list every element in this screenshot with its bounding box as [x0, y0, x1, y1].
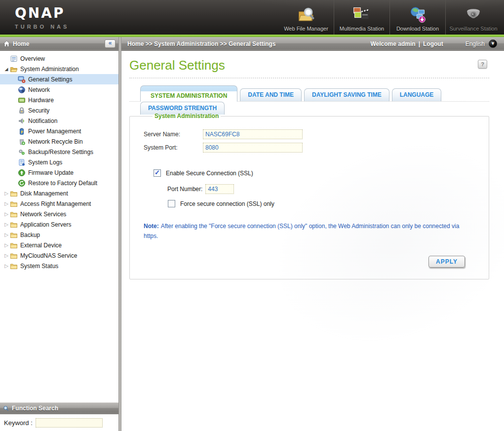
tree-item-label: Network Recycle Bin	[28, 138, 83, 145]
tree-item-label: Restore to Factory Default	[28, 180, 97, 187]
tree-item-restore-to-factory-default[interactable]: Restore to Factory Default	[0, 178, 118, 188]
folder-closed-icon	[10, 262, 18, 270]
welcome-text: Welcome admin	[370, 40, 415, 47]
search-icon	[3, 405, 9, 412]
tree-item-network[interactable]: Network	[0, 84, 118, 95]
folder-closed-icon	[10, 231, 18, 239]
system-port-label: System Port:	[144, 144, 203, 151]
qnap-logo-subtitle: TURBO NAS	[15, 24, 69, 30]
tab-daylight-saving-time[interactable]: DAYLIGHT SAVING TIME	[304, 88, 389, 101]
folder-closed-icon	[10, 252, 18, 260]
tree-item-system-logs[interactable]: System Logs	[0, 157, 118, 167]
language-dropdown-icon[interactable]: ▼	[489, 39, 497, 48]
system-port-row: System Port:	[144, 143, 475, 153]
tree-item-label: Application Servers	[20, 221, 71, 228]
tree-item-label: Power Management	[28, 128, 81, 135]
collapsed-arrow-icon[interactable]: ▷	[3, 191, 10, 196]
tree-item-label: Backup/Restore Settings	[28, 149, 93, 156]
tree-item-application-servers[interactable]: ▷Application Servers	[0, 219, 118, 230]
folder-closed-icon	[10, 190, 18, 197]
folder-closed-icon	[10, 241, 18, 249]
backup-restore-icon	[18, 148, 26, 156]
tree-item-label: External Device	[20, 242, 62, 249]
restore-factory-icon	[18, 179, 26, 187]
port-number-input[interactable]	[205, 184, 234, 194]
tree-item-network-services[interactable]: ▷Network Services	[0, 209, 118, 219]
apply-row: APPLY	[144, 256, 475, 268]
system-port-input[interactable]	[203, 143, 303, 153]
tree-item-general-settings[interactable]: General Settings	[0, 74, 118, 84]
keyword-input[interactable]	[36, 418, 103, 428]
tree-item-backup-restore-settings[interactable]: Backup/Restore Settings	[0, 147, 118, 157]
web-file-manager-icon	[296, 5, 316, 25]
enable-ssl-label: Enable Secure Connection (SSL)	[166, 170, 253, 177]
station-web-file-manager[interactable]: Web File Manager	[278, 0, 334, 35]
enable-ssl-checkbox[interactable]	[154, 169, 161, 177]
breadcrumb-bar: Home >> System Administration >> General…	[121, 37, 504, 51]
station-label: Download Station	[396, 26, 439, 32]
apply-button[interactable]: APPLY	[428, 256, 465, 268]
hardware-icon	[18, 96, 26, 104]
breadcrumb[interactable]: Home >> System Administration >> General…	[127, 40, 275, 47]
force-ssl-checkbox[interactable]	[168, 200, 175, 207]
tree-item-label: System Administration	[20, 66, 79, 73]
sidebar-panel-header: Home «	[0, 37, 118, 51]
collapsed-arrow-icon[interactable]: ▷	[3, 263, 10, 269]
tree-item-backup[interactable]: ▷Backup	[0, 230, 118, 240]
tree-item-notification[interactable]: Notification	[0, 116, 118, 126]
tree-item-system-administration[interactable]: ◢System Administration	[0, 64, 118, 74]
help-button[interactable]: ?	[478, 60, 487, 69]
language-selector[interactable]: English	[465, 40, 485, 47]
station-download-station[interactable]: Download Station	[389, 0, 445, 35]
tree-item-hardware[interactable]: Hardware	[0, 95, 118, 105]
collapsed-arrow-icon[interactable]: ▷	[3, 211, 10, 217]
expanded-arrow-icon[interactable]: ◢	[3, 67, 10, 72]
general-settings-icon	[18, 76, 26, 83]
collapsed-arrow-icon[interactable]: ▷	[3, 222, 10, 227]
tree-item-access-right-management[interactable]: ▷Access Right Management	[0, 198, 118, 209]
force-ssl-row: Force secure connection (SSL) only	[168, 200, 475, 207]
ssl-note-label: Note:	[144, 223, 159, 230]
page-title: General Settings	[129, 58, 489, 73]
tree-item-overview[interactable]: Overview	[0, 53, 118, 64]
tree-item-system-status[interactable]: ▷System Status	[0, 261, 118, 271]
stations: Web File ManagerMultimedia StationDownlo…	[278, 0, 501, 35]
collapsed-arrow-icon[interactable]: ▷	[3, 253, 10, 258]
tree-item-label: Firmware Update	[28, 169, 74, 176]
tab-date-and-time[interactable]: DATE AND TIME	[240, 88, 302, 101]
tree-item-security[interactable]: Security	[0, 105, 118, 116]
tree-item-disk-management[interactable]: ▷Disk Management	[0, 188, 118, 198]
server-name-input[interactable]	[203, 129, 303, 139]
force-ssl-label: Force secure connection (SSL) only	[180, 200, 274, 207]
sidebar: Home « Overview◢System AdministrationGen…	[0, 37, 118, 431]
function-search-title: Function Search	[12, 405, 58, 412]
sidebar-tree: Overview◢System AdministrationGeneral Se…	[0, 51, 118, 402]
security-icon	[18, 107, 26, 115]
tree-item-label: Hardware	[28, 97, 54, 104]
tree-item-label: MyCloudNAS Service	[20, 252, 77, 259]
collapsed-arrow-icon[interactable]: ▷	[3, 242, 10, 248]
tree-item-label: Overview	[20, 55, 45, 62]
logout-link[interactable]: Logout	[423, 40, 443, 47]
tree-item-label: Access Right Management	[20, 200, 91, 207]
tree-item-label: Notification	[28, 118, 57, 124]
overview-icon	[10, 55, 18, 63]
collapsed-arrow-icon[interactable]: ▷	[3, 232, 10, 237]
tab-language[interactable]: LANGUAGE	[392, 88, 442, 101]
breadcrumb-divider: |	[419, 40, 420, 47]
tree-item-power-management[interactable]: Power Management	[0, 126, 118, 136]
sidebar-collapse-button[interactable]: «	[105, 39, 116, 48]
tree-item-firmware-update[interactable]: Firmware Update	[0, 167, 118, 178]
tree-item-label: General Settings	[28, 76, 72, 83]
station-multimedia-station[interactable]: Multimedia Station	[334, 0, 389, 35]
tree-item-external-device[interactable]: ▷External Device	[0, 240, 118, 250]
home-icon	[3, 40, 10, 47]
collapsed-arrow-icon[interactable]: ▷	[3, 201, 10, 206]
tab-system-administration[interactable]: SYSTEM ADMINISTRATION	[140, 85, 237, 102]
notification-icon	[18, 117, 26, 125]
network-icon	[18, 86, 26, 94]
ssl-note: Note:After enabling the "Force secure co…	[144, 221, 473, 241]
station-surveillance-station[interactable]: Surveillance Station	[445, 0, 501, 35]
tree-item-network-recycle-bin[interactable]: Network Recycle Bin	[0, 136, 118, 147]
tree-item-mycloudnas-service[interactable]: ▷MyCloudNAS Service	[0, 250, 118, 261]
